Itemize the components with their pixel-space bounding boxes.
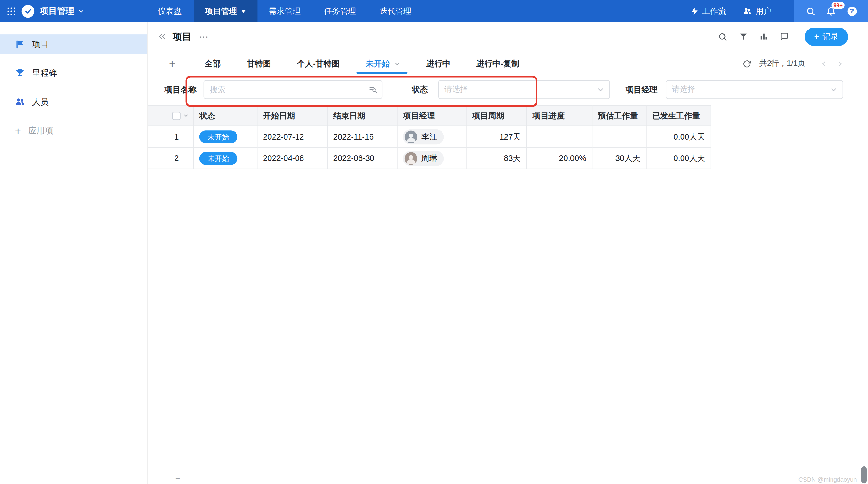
select-all-checkbox[interactable]: [172, 111, 180, 120]
add-record-button[interactable]: + 记录: [804, 27, 848, 45]
sidebar-item-label: 里程碑: [32, 68, 57, 78]
table-row[interactable]: 1 未开始 2022-07-12 2022-11-16: [148, 126, 711, 148]
estimated-effort-cell: [592, 126, 646, 148]
collapse-sidebar-icon[interactable]: [158, 32, 167, 41]
statistics-icon[interactable]: [759, 32, 768, 41]
chevron-down-icon: [78, 8, 84, 14]
nav-item-dashboard[interactable]: 仪表盘: [146, 0, 193, 22]
add-record-label: 记录: [823, 31, 838, 41]
nav-item-label: 项目管理: [205, 6, 237, 16]
table-row[interactable]: 2 未开始 2022-04-08 2022-06-30: [148, 148, 711, 169]
chevron-down-icon: [830, 87, 837, 93]
users-icon: [743, 7, 752, 15]
sidebar-item-milestones[interactable]: 里程碑: [0, 63, 147, 83]
topbar-right: 工作流 用户 99+: [682, 0, 868, 22]
project-name-search-input[interactable]: [204, 85, 364, 94]
tab-in-progress-copy[interactable]: 进行中-复制: [476, 51, 519, 76]
filter-label-status: 状态: [412, 84, 428, 95]
manager-chip: 周琳: [403, 151, 444, 166]
nav-item-label: 仪表盘: [158, 6, 182, 16]
app-switcher[interactable]: 项目管理: [40, 5, 84, 17]
scroll-drag-handle[interactable]: ≡: [176, 476, 180, 484]
search-icon[interactable]: [806, 6, 815, 16]
app-logo-icon: [22, 5, 34, 17]
select-all-cell: [148, 105, 194, 126]
status-badge: 未开始: [199, 152, 238, 164]
tab-label: 进行中-复制: [476, 59, 519, 69]
nav-item-label: 任务管理: [324, 6, 356, 16]
start-date-cell: 2022-07-12: [257, 126, 328, 148]
chevron-down-icon: [183, 113, 189, 119]
tab-all[interactable]: 全部: [205, 51, 221, 76]
nav-item-label: 迭代管理: [379, 6, 411, 16]
manager-cell: 周琳: [398, 148, 467, 169]
nav-item-requirements[interactable]: 需求管理: [257, 0, 313, 22]
row-index: 2: [148, 148, 194, 169]
page-arrows: [820, 60, 843, 67]
topbar-left: 项目管理: [0, 5, 84, 17]
search-records-icon[interactable]: [718, 32, 727, 41]
manager-name: 周琳: [421, 153, 437, 163]
column-header-status[interactable]: 状态: [194, 105, 257, 126]
status-select[interactable]: 请选择: [438, 80, 610, 99]
row-index: 1: [148, 126, 194, 148]
filter-icon[interactable]: [739, 32, 748, 41]
column-header-manager[interactable]: 项目经理: [398, 105, 467, 126]
apps-grid-icon[interactable]: [7, 6, 16, 16]
view-tabs: 全部 甘特图 个人-甘特图 未开始: [205, 51, 519, 76]
column-header-estimated-effort[interactable]: 预估工作量: [592, 105, 646, 126]
sidebar-add-label: 应用项: [28, 125, 53, 136]
start-date-cell: 2022-04-08: [257, 148, 328, 169]
main-panel: 项目 ⋯: [148, 22, 868, 484]
nav-item-iterations[interactable]: 迭代管理: [368, 0, 423, 22]
tab-label: 个人-甘特图: [297, 59, 340, 69]
manager-cell: 李江: [398, 126, 467, 148]
notification-badge: 99+: [832, 1, 845, 8]
prev-page-icon[interactable]: [820, 60, 828, 67]
more-options-icon[interactable]: ⋯: [199, 31, 209, 41]
lightning-icon: [690, 7, 698, 15]
nav-item-project-management[interactable]: 项目管理: [193, 0, 257, 22]
topbar-nav: 仪表盘 项目管理 需求管理 任务管理 迭代管理: [146, 0, 423, 22]
tab-personal-gantt[interactable]: 个人-甘特图: [297, 51, 340, 76]
tab-in-progress[interactable]: 进行中: [427, 51, 451, 76]
project-name-search: [204, 80, 382, 99]
plus-icon: +: [15, 125, 21, 136]
filter-label-project-name: 项目名称: [164, 84, 196, 95]
tab-not-started[interactable]: 未开始: [366, 51, 400, 76]
main-header: 项目 ⋯: [148, 22, 868, 51]
sidebar-item-people[interactable]: 人员: [0, 92, 147, 111]
page-title: 项目: [173, 30, 191, 43]
nav-item-tasks[interactable]: 任务管理: [313, 0, 368, 22]
column-header-progress[interactable]: 项目进度: [527, 105, 592, 126]
tab-gantt[interactable]: 甘特图: [247, 51, 271, 76]
vertical-scrollbar-thumb[interactable]: [861, 466, 867, 484]
watermark-text: CSDN @mingdaoyun: [799, 476, 857, 483]
column-header-end-date[interactable]: 结束日期: [328, 105, 398, 126]
actual-effort-cell: 0.00人天: [647, 126, 711, 148]
duration-cell: 83天: [467, 148, 527, 169]
status-cell: 未开始: [194, 126, 257, 148]
column-header-start-date[interactable]: 开始日期: [257, 105, 328, 126]
manager-select[interactable]: 请选择: [666, 80, 843, 99]
help-icon[interactable]: ?: [847, 6, 857, 16]
comment-icon[interactable]: [780, 32, 788, 41]
sidebar-add-app-item[interactable]: + 应用项: [0, 121, 147, 140]
add-view-button[interactable]: +: [169, 58, 178, 69]
next-page-icon[interactable]: [836, 60, 843, 67]
refresh-icon[interactable]: [743, 59, 751, 68]
list-search-icon[interactable]: [364, 85, 382, 94]
tab-label: 未开始: [366, 59, 390, 69]
notifications-button[interactable]: 99+: [827, 6, 836, 16]
app-title: 项目管理: [40, 5, 74, 17]
workflow-button[interactable]: 工作流: [682, 6, 734, 16]
sidebar-item-label: 项目: [32, 39, 49, 49]
progress-cell: [527, 126, 592, 148]
project-flag-icon: [15, 39, 25, 49]
users-button[interactable]: 用户: [735, 6, 780, 16]
column-header-actual-effort[interactable]: 已发生工作量: [647, 105, 711, 126]
bottom-bar: ≡ CSDN @mingdaoyun: [148, 475, 868, 484]
sidebar-item-projects[interactable]: 项目: [0, 34, 147, 54]
app-window: 项目管理 仪表盘 项目管理 需求管理 任务管理 迭代管理: [0, 0, 868, 484]
column-header-duration[interactable]: 项目周期: [467, 105, 527, 126]
